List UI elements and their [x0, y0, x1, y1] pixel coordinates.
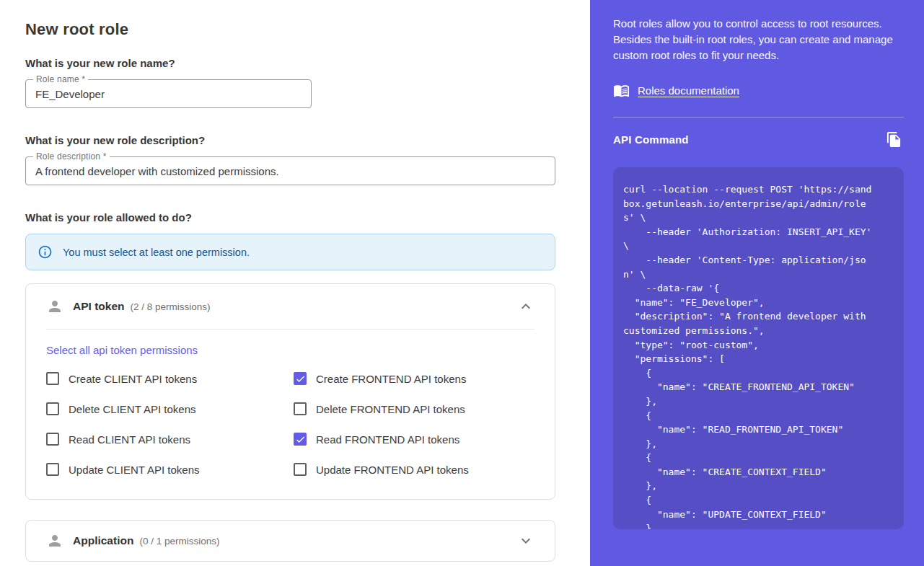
alert-text: You must select at least one permission. [63, 247, 250, 258]
permission-checkbox-row[interactable]: Read FRONTEND API tokens [294, 433, 534, 446]
permission-label: Create FRONTEND API tokens [316, 373, 466, 385]
code-line: }, [623, 437, 894, 451]
accordion-title: Application [73, 534, 133, 547]
role-description-field[interactable]: Role description * [25, 156, 555, 185]
code-line: "permissions": [ [623, 352, 894, 366]
role-description-question: What is your new role description? [25, 134, 555, 146]
permission-checkbox-row[interactable]: Create CLIENT API tokens [46, 372, 294, 385]
checkbox-checked-icon[interactable] [294, 372, 307, 385]
api-command-header: API Command [613, 130, 904, 149]
accordion-application: Application (0 / 1 permissions) [25, 520, 555, 562]
new-role-form: New root role What is your new role name… [0, 0, 590, 566]
permission-label: Read FRONTEND API tokens [316, 433, 459, 446]
roles-documentation-link[interactable]: Roles documentation [638, 84, 739, 97]
accordion-api-token-body: Select all api token permissions Create … [26, 330, 555, 499]
code-line: { [623, 409, 894, 423]
accordion-count: (0 / 1 permissions) [139, 536, 219, 547]
permission-checkbox-row[interactable]: Delete CLIENT API tokens [46, 402, 294, 415]
code-line: { [623, 451, 894, 465]
permission-checkbox-row[interactable]: Create FRONTEND API tokens [294, 372, 534, 385]
checkbox-unchecked-icon[interactable] [46, 402, 59, 415]
checkbox-checked-icon[interactable] [294, 433, 307, 446]
code-line: { [623, 493, 894, 508]
person-icon [46, 532, 63, 549]
permission-checkbox-row[interactable]: Update CLIENT API tokens [46, 463, 294, 476]
code-line: }, [623, 394, 894, 409]
code-line: --data-raw '{ [623, 281, 894, 296]
code-line: customized permissions.", [623, 324, 894, 338]
code-line: "name": "CREATE_FRONTEND_API_TOKEN" [623, 380, 894, 394]
accordion-api-token-header[interactable]: API token (2 / 8 permissions) [26, 284, 555, 329]
role-name-floating-label: Role name * [33, 74, 88, 84]
checkbox-unchecked-icon[interactable] [294, 402, 307, 415]
code-line: "name": "UPDATE_CONTEXT_FIELD" [623, 508, 894, 522]
permission-label: Create CLIENT API tokens [69, 373, 197, 385]
code-line: "name": "READ_FRONTEND_API_TOKEN" [623, 423, 894, 437]
sidebar-divider [613, 117, 904, 118]
accordion-count: (2 / 8 permissions) [130, 301, 210, 312]
select-all-permissions-link[interactable]: Select all api token permissions [46, 344, 198, 356]
permission-checkbox-row[interactable]: Read CLIENT API tokens [46, 433, 294, 446]
person-icon [46, 298, 63, 315]
copy-icon [886, 131, 902, 148]
checkbox-unchecked-icon[interactable] [46, 372, 59, 385]
code-line: --header 'Authorization: INSERT_API_KEY' [623, 225, 894, 239]
role-name-question: What is your new role name? [25, 57, 555, 69]
permission-label: Update CLIENT API tokens [69, 464, 200, 476]
permission-label: Delete FRONTEND API tokens [316, 403, 465, 415]
book-icon [613, 82, 630, 99]
code-line: "name": "FE_Developer", [623, 296, 894, 310]
code-line: \ [623, 239, 894, 253]
checkbox-unchecked-icon[interactable] [46, 463, 59, 476]
code-line: }, [623, 521, 894, 529]
page-title: New root role [25, 20, 555, 39]
permission-checkbox-row[interactable]: Delete FRONTEND API tokens [294, 402, 534, 415]
copy-command-button[interactable] [884, 130, 904, 149]
code-line: box.getunleash.io/enterprise/api/admin/r… [623, 197, 894, 211]
code-line: "type": "root-custom", [623, 338, 894, 353]
code-line: s' \ [623, 211, 894, 225]
code-line: --header 'Content-Type: application/jso [623, 253, 894, 267]
code-line: "name": "CREATE_CONTEXT_FIELD" [623, 465, 894, 479]
api-command-code-block[interactable]: curl --location --request POST 'https://… [613, 167, 904, 529]
code-line: n' \ [623, 267, 894, 282]
checkbox-unchecked-icon[interactable] [46, 433, 59, 446]
role-name-field[interactable]: Role name * [25, 79, 312, 108]
permission-checkbox-row[interactable]: Update FRONTEND API tokens [294, 463, 534, 476]
info-icon [38, 244, 53, 260]
api-command-title: API Command [613, 133, 689, 146]
permissions-info-alert: You must select at least one permission. [25, 234, 555, 270]
accordion-title: API token [73, 300, 124, 313]
permissions-grid: Create CLIENT API tokensDelete CLIENT AP… [46, 363, 534, 485]
permissions-question: What is your role allowed to do? [25, 211, 555, 224]
code-line: curl --location --request POST 'https://… [623, 182, 894, 197]
role-description-floating-label: Role description * [33, 151, 110, 162]
help-sidebar: Root roles allow you to control access t… [590, 0, 924, 566]
permission-label: Delete CLIENT API tokens [69, 403, 195, 415]
chevron-down-icon[interactable] [517, 532, 534, 549]
code-line: "description": "A frontend developer wit… [623, 309, 894, 324]
code-line: { [623, 366, 894, 381]
sidebar-intro-text: Root roles allow you to control access t… [613, 16, 900, 63]
code-line: }, [623, 479, 894, 493]
checkbox-unchecked-icon[interactable] [294, 463, 307, 476]
permission-label: Update FRONTEND API tokens [316, 464, 469, 476]
chevron-up-icon[interactable] [517, 298, 534, 315]
permission-label: Read CLIENT API tokens [69, 433, 190, 446]
accordion-api-token: API token (2 / 8 permissions) Select all… [25, 283, 555, 500]
accordion-application-header[interactable]: Application (0 / 1 permissions) [26, 521, 555, 561]
docs-link-row: Roles documentation [613, 82, 904, 99]
